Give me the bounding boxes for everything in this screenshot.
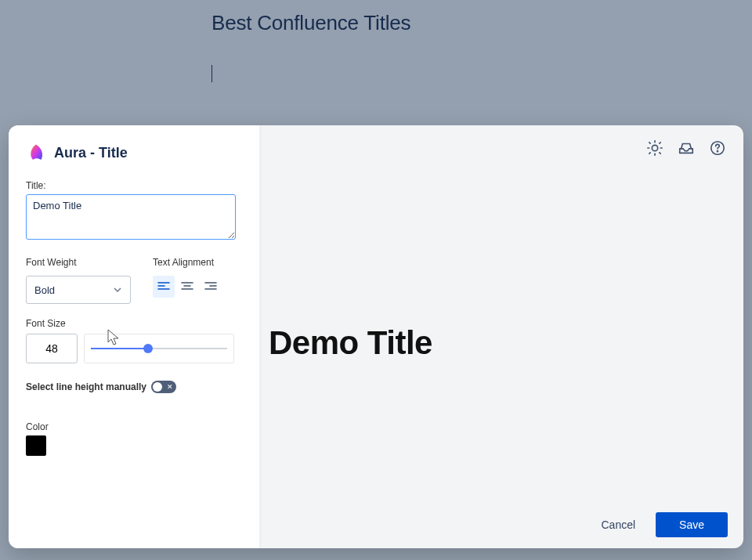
preview-area: Demo Title Cancel Save (259, 125, 743, 548)
save-button[interactable]: Save (656, 512, 728, 537)
page-title-wrap: Best Confluence Titles (212, 11, 752, 82)
svg-point-20 (717, 151, 718, 152)
align-left-button[interactable] (153, 276, 175, 298)
sidebar-title: Aura - Title (54, 145, 128, 161)
inbox-icon[interactable] (678, 139, 695, 157)
svg-line-16 (660, 153, 660, 154)
alignment-group (153, 276, 222, 298)
toggle-off-icon: ✕ (167, 384, 173, 391)
text-cursor (212, 65, 212, 82)
svg-line-15 (649, 143, 650, 143)
align-right-button[interactable] (200, 276, 222, 298)
chevron-down-icon (113, 285, 122, 294)
help-icon[interactable] (709, 139, 726, 157)
color-swatch[interactable] (26, 435, 46, 456)
slider-fill (91, 348, 148, 349)
aura-title-modal: Aura - Title Title: Font Weight Bold Tex… (9, 125, 743, 548)
page-title: Best Confluence Titles (212, 11, 752, 35)
modal-footer: Cancel Save (598, 512, 728, 537)
font-weight-select[interactable]: Bold (26, 276, 131, 304)
title-label: Title: (26, 180, 245, 191)
svg-point-10 (652, 145, 657, 150)
config-sidebar: Aura - Title Title: Font Weight Bold Tex… (9, 125, 259, 548)
line-height-toggle[interactable]: ✕ (151, 381, 176, 393)
cancel-button[interactable]: Cancel (598, 512, 638, 537)
slider-thumb[interactable] (143, 344, 153, 353)
color-label: Color (26, 421, 245, 432)
toggle-knob (153, 382, 162, 392)
slider-track (91, 348, 227, 349)
font-size-slider[interactable] (84, 334, 234, 363)
font-weight-value: Bold (34, 284, 55, 296)
title-input[interactable] (26, 194, 236, 240)
svg-line-17 (660, 143, 660, 143)
font-size-label: Font Size (26, 318, 245, 329)
sidebar-header: Aura - Title (26, 143, 245, 163)
preview-title-text: Demo Title (269, 324, 432, 362)
line-height-toggle-label: Select line height manually (26, 381, 146, 392)
text-alignment-label: Text Alignment (153, 257, 222, 268)
svg-line-18 (649, 153, 650, 154)
aura-logo-icon (26, 143, 46, 163)
font-size-input[interactable] (26, 334, 78, 363)
font-weight-label: Font Weight (26, 257, 131, 268)
sun-icon[interactable] (646, 139, 663, 157)
align-center-button[interactable] (176, 276, 198, 298)
preview-toolbar (646, 139, 726, 157)
